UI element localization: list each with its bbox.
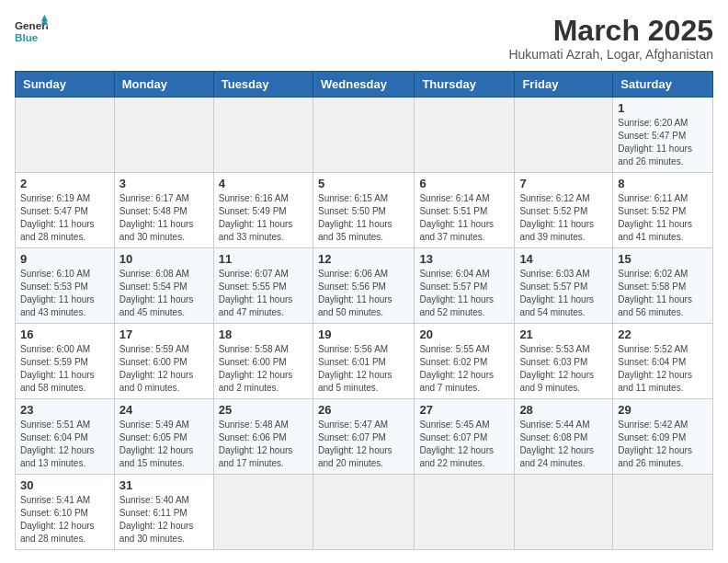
calendar-week-4: 16Sunrise: 6:00 AM Sunset: 5:59 PM Dayli… [16, 324, 713, 399]
calendar-cell: 17Sunrise: 5:59 AM Sunset: 6:00 PM Dayli… [114, 324, 213, 399]
cell-sun-info: Sunrise: 6:08 AM Sunset: 5:54 PM Dayligh… [119, 268, 209, 319]
calendar-cell [114, 98, 213, 173]
cell-sun-info: Sunrise: 6:14 AM Sunset: 5:51 PM Dayligh… [419, 192, 509, 244]
svg-text:Blue: Blue [15, 31, 39, 43]
cell-sun-info: Sunrise: 5:49 AM Sunset: 6:05 PM Dayligh… [119, 419, 209, 470]
calendar-cell [515, 475, 613, 550]
logo-icon: General Blue [15, 15, 48, 48]
cell-date-number: 27 [419, 403, 509, 417]
cell-sun-info: Sunrise: 6:02 AM Sunset: 5:58 PM Dayligh… [618, 268, 708, 319]
calendar-cell: 21Sunrise: 5:53 AM Sunset: 6:03 PM Dayli… [515, 324, 613, 399]
calendar-cell: 24Sunrise: 5:49 AM Sunset: 6:05 PM Dayli… [114, 399, 213, 475]
cell-sun-info: Sunrise: 6:06 AM Sunset: 5:56 PM Dayligh… [318, 268, 409, 319]
cell-date-number: 22 [618, 327, 708, 341]
calendar-cell: 13Sunrise: 6:04 AM Sunset: 5:57 PM Dayli… [415, 248, 515, 324]
cell-date-number: 8 [618, 177, 708, 190]
month-title: March 2025 [508, 15, 713, 47]
cell-date-number: 15 [618, 252, 708, 266]
calendar-cell: 19Sunrise: 5:56 AM Sunset: 6:01 PM Dayli… [313, 324, 414, 399]
calendar-cell: 3Sunrise: 6:17 AM Sunset: 5:48 PM Daylig… [114, 173, 213, 248]
calendar-cell [515, 98, 613, 173]
calendar-cell: 11Sunrise: 6:07 AM Sunset: 5:55 PM Dayli… [213, 248, 313, 324]
cell-sun-info: Sunrise: 5:59 AM Sunset: 6:00 PM Dayligh… [119, 343, 209, 395]
cell-sun-info: Sunrise: 5:40 AM Sunset: 6:11 PM Dayligh… [119, 494, 209, 546]
calendar-cell [213, 475, 313, 550]
cell-sun-info: Sunrise: 5:55 AM Sunset: 6:02 PM Dayligh… [419, 343, 509, 395]
page-header: General Blue March 2025 Hukumati Azrah, … [15, 15, 713, 62]
cell-sun-info: Sunrise: 5:47 AM Sunset: 6:07 PM Dayligh… [318, 419, 409, 470]
cell-sun-info: Sunrise: 5:53 AM Sunset: 6:03 PM Dayligh… [519, 343, 608, 395]
cell-date-number: 24 [119, 403, 209, 417]
cell-sun-info: Sunrise: 6:04 AM Sunset: 5:57 PM Dayligh… [419, 268, 509, 319]
logo: General Blue [15, 15, 48, 48]
calendar-week-5: 23Sunrise: 5:51 AM Sunset: 6:04 PM Dayli… [16, 399, 713, 475]
calendar-week-6: 30Sunrise: 5:41 AM Sunset: 6:10 PM Dayli… [16, 475, 713, 550]
weekday-header-friday: Friday [515, 72, 613, 98]
cell-date-number: 2 [20, 177, 109, 190]
cell-date-number: 3 [119, 177, 209, 190]
calendar-week-1: 1Sunrise: 6:20 AM Sunset: 5:47 PM Daylig… [16, 98, 713, 173]
weekday-header-wednesday: Wednesday [313, 72, 414, 98]
cell-date-number: 28 [519, 403, 608, 417]
calendar-cell: 25Sunrise: 5:48 AM Sunset: 6:06 PM Dayli… [213, 399, 313, 475]
calendar-header: SundayMondayTuesdayWednesdayThursdayFrid… [16, 72, 713, 98]
cell-date-number: 11 [219, 252, 308, 266]
calendar-cell [415, 98, 515, 173]
cell-date-number: 12 [318, 252, 409, 266]
location-subtitle: Hukumati Azrah, Logar, Afghanistan [508, 47, 713, 62]
cell-sun-info: Sunrise: 6:19 AM Sunset: 5:47 PM Dayligh… [20, 192, 109, 244]
cell-sun-info: Sunrise: 6:20 AM Sunset: 5:47 PM Dayligh… [618, 117, 708, 168]
weekday-header-thursday: Thursday [415, 72, 515, 98]
calendar-cell: 8Sunrise: 6:11 AM Sunset: 5:52 PM Daylig… [613, 173, 713, 248]
weekday-header-sunday: Sunday [16, 72, 115, 98]
cell-date-number: 4 [219, 177, 308, 190]
calendar-cell [213, 98, 313, 173]
calendar-cell: 1Sunrise: 6:20 AM Sunset: 5:47 PM Daylig… [613, 98, 713, 173]
cell-sun-info: Sunrise: 5:48 AM Sunset: 6:06 PM Dayligh… [219, 419, 308, 470]
cell-sun-info: Sunrise: 5:41 AM Sunset: 6:10 PM Dayligh… [20, 494, 109, 546]
cell-date-number: 30 [20, 478, 109, 492]
weekday-header-row: SundayMondayTuesdayWednesdayThursdayFrid… [16, 72, 713, 98]
cell-sun-info: Sunrise: 6:00 AM Sunset: 5:59 PM Dayligh… [20, 343, 109, 395]
calendar-cell: 18Sunrise: 5:58 AM Sunset: 6:00 PM Dayli… [213, 324, 313, 399]
cell-date-number: 9 [20, 252, 109, 266]
cell-sun-info: Sunrise: 5:56 AM Sunset: 6:01 PM Dayligh… [318, 343, 409, 395]
calendar-cell [313, 98, 414, 173]
calendar-cell [313, 475, 414, 550]
cell-date-number: 6 [419, 177, 509, 190]
weekday-header-tuesday: Tuesday [213, 72, 313, 98]
calendar-cell: 4Sunrise: 6:16 AM Sunset: 5:49 PM Daylig… [213, 173, 313, 248]
cell-sun-info: Sunrise: 5:44 AM Sunset: 6:08 PM Dayligh… [519, 419, 608, 470]
calendar-cell [613, 475, 713, 550]
calendar-cell: 5Sunrise: 6:15 AM Sunset: 5:50 PM Daylig… [313, 173, 414, 248]
cell-sun-info: Sunrise: 6:15 AM Sunset: 5:50 PM Dayligh… [318, 192, 409, 244]
calendar-cell: 2Sunrise: 6:19 AM Sunset: 5:47 PM Daylig… [16, 173, 115, 248]
calendar-cell: 27Sunrise: 5:45 AM Sunset: 6:07 PM Dayli… [415, 399, 515, 475]
cell-sun-info: Sunrise: 5:51 AM Sunset: 6:04 PM Dayligh… [20, 419, 109, 470]
calendar-cell: 7Sunrise: 6:12 AM Sunset: 5:52 PM Daylig… [515, 173, 613, 248]
calendar-week-2: 2Sunrise: 6:19 AM Sunset: 5:47 PM Daylig… [16, 173, 713, 248]
calendar-cell: 12Sunrise: 6:06 AM Sunset: 5:56 PM Dayli… [313, 248, 414, 324]
calendar-body: 1Sunrise: 6:20 AM Sunset: 5:47 PM Daylig… [16, 98, 713, 550]
calendar-cell: 9Sunrise: 6:10 AM Sunset: 5:53 PM Daylig… [16, 248, 115, 324]
cell-date-number: 5 [318, 177, 409, 190]
calendar-cell: 15Sunrise: 6:02 AM Sunset: 5:58 PM Dayli… [613, 248, 713, 324]
cell-sun-info: Sunrise: 6:03 AM Sunset: 5:57 PM Dayligh… [519, 268, 608, 319]
calendar-cell: 20Sunrise: 5:55 AM Sunset: 6:02 PM Dayli… [415, 324, 515, 399]
weekday-header-saturday: Saturday [613, 72, 713, 98]
cell-date-number: 13 [419, 252, 509, 266]
calendar-cell: 30Sunrise: 5:41 AM Sunset: 6:10 PM Dayli… [16, 475, 115, 550]
cell-sun-info: Sunrise: 5:45 AM Sunset: 6:07 PM Dayligh… [419, 419, 509, 470]
calendar-cell: 6Sunrise: 6:14 AM Sunset: 5:51 PM Daylig… [415, 173, 515, 248]
calendar-cell: 29Sunrise: 5:42 AM Sunset: 6:09 PM Dayli… [613, 399, 713, 475]
cell-date-number: 17 [119, 327, 209, 341]
cell-date-number: 18 [219, 327, 308, 341]
cell-date-number: 25 [219, 403, 308, 417]
cell-date-number: 10 [119, 252, 209, 266]
calendar-cell: 22Sunrise: 5:52 AM Sunset: 6:04 PM Dayli… [613, 324, 713, 399]
cell-date-number: 16 [20, 327, 109, 341]
cell-date-number: 31 [119, 478, 209, 492]
calendar-cell: 23Sunrise: 5:51 AM Sunset: 6:04 PM Dayli… [16, 399, 115, 475]
cell-sun-info: Sunrise: 5:42 AM Sunset: 6:09 PM Dayligh… [618, 419, 708, 470]
calendar-table: SundayMondayTuesdayWednesdayThursdayFrid… [15, 71, 713, 550]
